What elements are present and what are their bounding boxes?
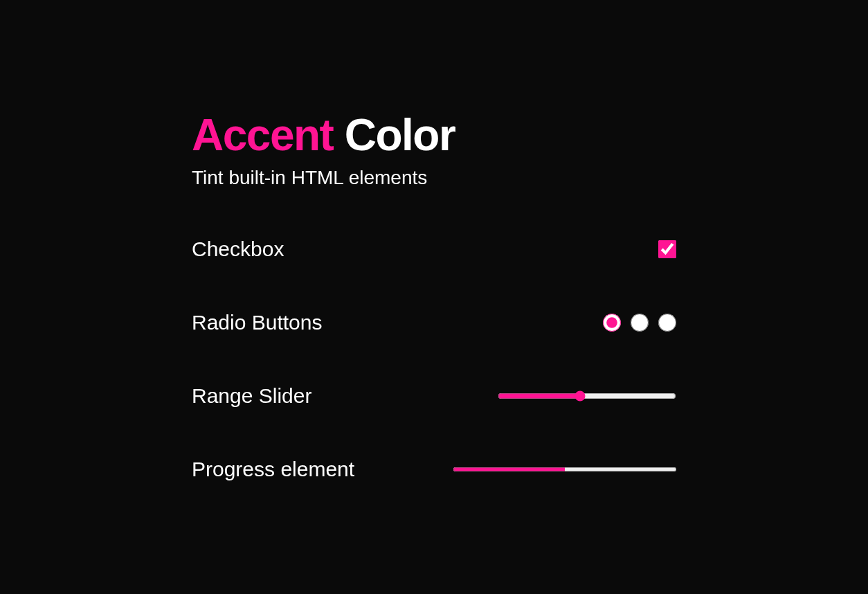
progress-element <box>453 465 676 474</box>
progress-control <box>453 465 676 474</box>
range-input[interactable] <box>498 388 676 404</box>
demo-container: Accent Color Tint built-in HTML elements… <box>192 113 676 481</box>
title-regular-word: Color <box>345 110 455 160</box>
checkbox-control <box>658 240 676 258</box>
radio-label: Radio Buttons <box>192 311 322 334</box>
radio-input-2[interactable] <box>631 314 649 332</box>
page-title: Accent Color <box>192 113 676 157</box>
radio-input-1[interactable] <box>603 314 621 332</box>
checkbox-row: Checkbox <box>192 237 676 261</box>
radio-control <box>599 314 676 332</box>
range-label: Range Slider <box>192 384 311 408</box>
progress-label: Progress element <box>192 458 354 481</box>
radio-row: Radio Buttons <box>192 311 676 334</box>
page-subtitle: Tint built-in HTML elements <box>192 167 676 189</box>
title-accent-word: Accent <box>192 110 333 160</box>
checkbox-input[interactable] <box>658 240 676 258</box>
range-control <box>498 388 676 404</box>
radio-input-3[interactable] <box>658 314 676 332</box>
progress-row: Progress element <box>192 458 676 481</box>
checkbox-label: Checkbox <box>192 237 284 261</box>
range-row: Range Slider <box>192 384 676 408</box>
